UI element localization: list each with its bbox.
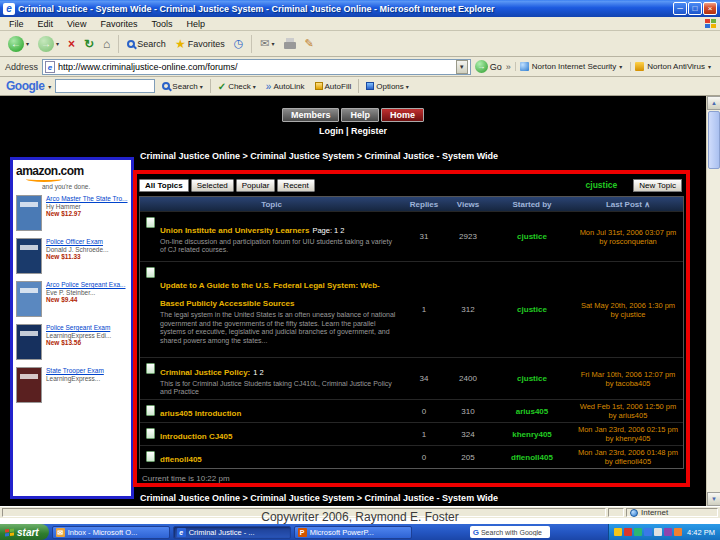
topic-title-link[interactable]: Criminal Justice Policy: [160, 368, 250, 377]
breadcrumb[interactable]: Criminal Justice Online > Criminal Justi… [140, 151, 498, 161]
tray-shield-icon[interactable] [614, 528, 622, 536]
tab-all-topics[interactable]: All Topics [139, 179, 189, 192]
tray-msn-icon[interactable] [634, 528, 642, 536]
amazon-logo[interactable]: amazon.com [16, 164, 128, 178]
topic-title-link[interactable]: Introduction CJ405 [160, 432, 232, 441]
taskbar-item-outlook[interactable]: ✉ Inbox - Microsoft O... [52, 526, 170, 539]
favorites-button[interactable]: ★ Favorites [172, 36, 228, 52]
column-views[interactable]: Views [445, 200, 491, 209]
last-post-author-link[interactable]: by rosconquerian [573, 237, 683, 246]
menu-file[interactable]: File [2, 19, 31, 29]
norton-internet-security-toolbar[interactable]: Norton Internet Security ▾ [515, 62, 627, 71]
start-button[interactable]: start [0, 524, 49, 540]
book-cover-image[interactable] [16, 324, 42, 360]
edit-button[interactable]: ✎ [302, 36, 317, 51]
book-cover-image[interactable] [16, 195, 42, 231]
topic-title-link[interactable]: Update to A Guide to the U.S. Federal Le… [160, 281, 380, 308]
options-dropdown-icon[interactable]: ▾ [406, 83, 409, 90]
book-title-link[interactable]: Arco Police Sergeant Exa... [46, 281, 126, 289]
refresh-button[interactable]: ↻ [81, 36, 97, 52]
started-by-link[interactable]: dflenoll405 [491, 453, 573, 462]
google-logo-dropdown-icon[interactable]: ▾ [48, 83, 51, 90]
topic-title-link[interactable]: arius405 Introduction [160, 409, 241, 418]
options-button[interactable]: Options ▾ [363, 82, 412, 91]
tab-recent[interactable]: Recent [277, 179, 314, 192]
book-title-link[interactable]: Police Sergeant Exam [46, 324, 111, 332]
taskbar-item-powerpoint[interactable]: P Microsoft PowerP... [294, 526, 412, 539]
print-button[interactable] [281, 37, 299, 50]
started-by-link[interactable]: khenry405 [491, 430, 573, 439]
column-started-by[interactable]: Started by [491, 200, 573, 209]
started-by-link[interactable]: cjustice [491, 305, 573, 314]
column-last-post[interactable]: Last Post ∧ [573, 200, 683, 209]
started-by-link[interactable]: arius405 [491, 407, 573, 416]
spell-check-dropdown-icon[interactable]: ▾ [253, 83, 256, 90]
topic-title-link[interactable]: dflenoll405 [160, 455, 202, 464]
google-search-input[interactable] [55, 79, 155, 93]
book-cover-image[interactable] [16, 367, 42, 403]
tray-network-icon[interactable] [644, 528, 652, 536]
book-title-link[interactable]: State Trooper Exam [46, 367, 104, 375]
tray-antivirus-icon[interactable] [624, 528, 632, 536]
started-by-link[interactable]: cjustice [491, 374, 573, 383]
footer-breadcrumb[interactable]: Criminal Justice Online > Criminal Justi… [140, 493, 498, 503]
tab-popular[interactable]: Popular [236, 179, 276, 192]
links-chevron-icon[interactable]: » [506, 62, 511, 72]
menu-tools[interactable]: Tools [144, 19, 179, 29]
norton-is-dropdown-icon[interactable]: ▾ [619, 63, 622, 70]
scrollbar-thumb[interactable] [708, 111, 720, 169]
members-button[interactable]: Members [282, 108, 340, 122]
menu-favorites[interactable]: Favorites [93, 19, 144, 29]
home-nav-button[interactable]: Home [381, 108, 424, 122]
menu-view[interactable]: View [60, 19, 93, 29]
tray-update-icon[interactable] [664, 528, 672, 536]
address-input[interactable] [58, 62, 453, 72]
close-button[interactable]: × [703, 2, 717, 15]
maximize-button[interactable]: □ [688, 2, 702, 15]
scroll-up-icon[interactable]: ▲ [707, 96, 720, 110]
stop-button[interactable]: × [65, 36, 78, 52]
go-button[interactable]: → Go [475, 60, 502, 73]
started-by-link[interactable]: cjustice [491, 232, 573, 241]
history-button[interactable]: ◷ [231, 36, 247, 51]
forward-dropdown-icon[interactable]: ▾ [56, 40, 59, 47]
forward-button[interactable]: → ▾ [35, 35, 62, 53]
autofill-button[interactable]: AutoFill [312, 82, 355, 91]
book-cover-image[interactable] [16, 238, 42, 274]
norton-av-dropdown-icon[interactable]: ▾ [708, 63, 711, 70]
google-search-button[interactable]: Search ▾ [159, 82, 205, 91]
minimize-button[interactable]: ─ [673, 2, 687, 15]
google-deskbar[interactable]: G [470, 526, 550, 538]
search-button[interactable]: Search [124, 38, 169, 50]
mail-dropdown-icon[interactable]: ▾ [272, 40, 275, 47]
last-post-author-link[interactable]: by tacoba405 [573, 379, 683, 388]
taskbar-item-criminal-justice[interactable]: e Criminal Justice - ... [173, 526, 291, 539]
topic-page-links[interactable]: 1 2 [253, 368, 263, 377]
autolink-button[interactable]: » AutoLink [263, 81, 308, 92]
back-dropdown-icon[interactable]: ▾ [26, 40, 29, 47]
new-topic-button[interactable]: New Topic [633, 179, 682, 192]
google-search-dropdown-icon[interactable]: ▾ [200, 83, 203, 90]
menu-edit[interactable]: Edit [31, 19, 61, 29]
vertical-scrollbar[interactable]: ▲ ▼ [706, 96, 720, 506]
home-button[interactable]: ⌂ [100, 36, 113, 52]
book-cover-image[interactable] [16, 281, 42, 317]
column-replies[interactable]: Replies [403, 200, 445, 209]
logged-in-username[interactable]: cjustice [586, 180, 618, 190]
topic-title-link[interactable]: Union Institute and University Learners [160, 226, 309, 235]
last-post-author-link[interactable]: by dflenoll405 [573, 457, 683, 466]
tab-selected[interactable]: Selected [191, 179, 234, 192]
topic-page-links[interactable]: Page: 1 2 [312, 226, 344, 235]
scroll-down-icon[interactable]: ▼ [707, 492, 720, 506]
tray-power-icon[interactable] [674, 528, 682, 536]
help-button[interactable]: Help [341, 108, 379, 122]
menu-help[interactable]: Help [179, 19, 212, 29]
norton-antivirus-toolbar[interactable]: Norton AntiVirus ▾ [630, 62, 715, 71]
last-post-author-link[interactable]: by khenry405 [573, 434, 683, 443]
last-post-author-link[interactable]: by cjustice [573, 310, 683, 319]
login-register-link[interactable]: Login | Register [0, 126, 706, 136]
book-title-link[interactable]: Police Officer Exam [46, 238, 109, 246]
column-topic[interactable]: Topic [140, 200, 403, 209]
book-title-link[interactable]: Arco Master The State Tro... [46, 195, 128, 203]
last-post-author-link[interactable]: by arius405 [573, 411, 683, 420]
